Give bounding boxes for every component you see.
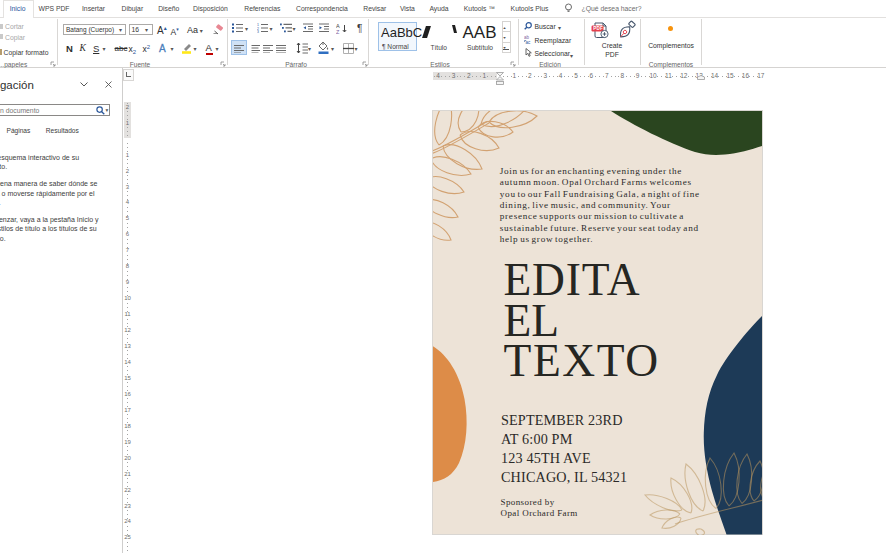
svg-text:ac: ac [525,40,531,44]
svg-text:3: 3 [257,30,259,33]
svg-text:Z: Z [336,29,340,34]
svg-text:PDF: PDF [593,26,603,31]
